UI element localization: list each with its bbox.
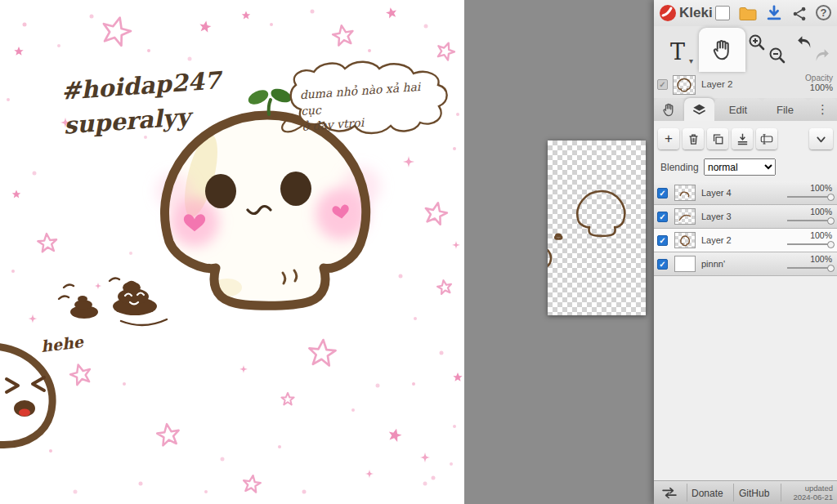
current-layer-name: Layer 2: [701, 79, 732, 89]
layer-preview: [548, 140, 646, 315]
rename-icon: [759, 132, 774, 146]
check-icon: ✓: [659, 260, 665, 269]
layer-list: ✓ Layer 4 100% ✓ Layer 3 100%: [654, 181, 837, 276]
duplicate-layer-button[interactable]: [707, 128, 728, 149]
share-button[interactable]: [790, 4, 809, 24]
chevron-down-icon: [814, 132, 828, 146]
layer-opacity-value: 100%: [810, 207, 832, 216]
new-image-button[interactable]: [715, 6, 730, 20]
current-layer-thumb-drawing: [674, 76, 695, 94]
layer-name: Layer 3: [701, 212, 732, 221]
layer-visibility-checkbox[interactable]: ✓: [657, 212, 668, 222]
layer-opacity-slider[interactable]: [787, 267, 833, 269]
folder-icon: [739, 7, 757, 21]
layer-visibility-checkbox[interactable]: ✓: [657, 259, 668, 270]
footer-bar: Donate GitHub updated 2024-06-21: [654, 480, 837, 504]
current-layer-strip: ✓ Layer 2 Opacity 100%: [654, 72, 837, 98]
merge-down-icon: [736, 132, 750, 146]
save-button[interactable]: [764, 3, 784, 23]
zoom-out-button[interactable]: [768, 46, 787, 69]
layer-opacity-knob[interactable]: [827, 194, 835, 201]
current-layer-checkbox[interactable]: ✓: [657, 79, 668, 90]
drawing-canvas[interactable]: #hoidap247 superalyy duma nhỏ nào xả hai…: [0, 0, 464, 504]
tab-hand-tool[interactable]: [654, 98, 684, 121]
tab-edit[interactable]: Edit: [714, 98, 762, 121]
merge-layer-button[interactable]: [732, 128, 753, 149]
footer-divider: [687, 484, 687, 502]
layer-visibility-checkbox[interactable]: ✓: [657, 235, 668, 246]
zoom-out-icon: [768, 46, 787, 65]
kleki-app: #hoidap247 superalyy duma nhỏ nào xả hai…: [0, 0, 837, 504]
footer-divider: [733, 484, 734, 502]
layer-thumbnail: [674, 256, 696, 272]
dots-vertical-icon: ⋮: [817, 102, 829, 117]
help-button[interactable]: ?: [816, 5, 831, 20]
question-icon: ?: [821, 7, 827, 19]
layer-name: Layer 2: [701, 235, 732, 245]
app-title: Kleki: [679, 5, 713, 21]
check-icon: ✓: [659, 80, 665, 89]
footer-divider: [781, 484, 781, 502]
redo-icon: [812, 46, 832, 66]
chevron-down-icon: ▾: [689, 56, 693, 65]
layer-opacity-knob[interactable]: [827, 241, 835, 248]
layer-opacity-knob[interactable]: [827, 217, 835, 225]
donate-link[interactable]: Donate: [692, 488, 723, 499]
tool-row: T ▾: [654, 26, 837, 72]
download-icon: [765, 4, 783, 22]
tab-file-label: File: [777, 104, 794, 116]
redo-button[interactable]: [812, 46, 832, 69]
layers-pane: +: [654, 121, 837, 480]
top-bar: Kleki ?: [654, 0, 837, 26]
share-icon: [791, 6, 808, 22]
swap-button[interactable]: [660, 487, 678, 502]
github-link[interactable]: GitHub: [739, 488, 769, 499]
collapse-panel-button[interactable]: [809, 128, 833, 149]
check-icon: ✓: [659, 189, 665, 198]
layer-row[interactable]: ✓ Layer 4 100%: [654, 181, 837, 205]
layer-name: pinnn': [701, 259, 725, 269]
zoom-in-icon: [747, 33, 767, 52]
layer-opacity-slider[interactable]: [787, 220, 833, 221]
side-panel: Kleki ?: [654, 0, 837, 504]
tab-layers[interactable]: [684, 98, 714, 121]
swap-arrows-icon: [660, 487, 678, 499]
opacity-value: 100%: [810, 83, 833, 92]
text-tool-button[interactable]: T ▾: [659, 33, 696, 70]
layer-opacity-slider[interactable]: [787, 243, 833, 245]
blending-row: Blending normal: [654, 157, 837, 178]
layer-row[interactable]: ✓ Layer 3 100%: [654, 205, 837, 229]
duplicate-icon: [711, 132, 725, 146]
trash-icon: [687, 132, 700, 146]
blending-select[interactable]: normal: [704, 158, 776, 176]
updated-date: 2024-06-21: [793, 493, 833, 502]
layer-opacity-value: 100%: [810, 254, 832, 264]
panel-menu-button[interactable]: ⋮: [808, 98, 837, 121]
canvas-artwork: [0, 0, 464, 504]
layer-name: Layer 4: [701, 188, 732, 198]
hand-icon: [710, 38, 735, 62]
layer-opacity-knob[interactable]: [827, 265, 835, 272]
panel-tabs: Edit File ⋮: [654, 98, 837, 121]
layer-row-selected[interactable]: ✓ Layer 2 100%: [654, 229, 837, 252]
workspace-background: [464, 0, 654, 504]
blending-label: Blending: [660, 162, 699, 173]
layers-icon: [692, 102, 707, 118]
layer-preview-drawing: [548, 140, 646, 315]
delete-layer-button[interactable]: [683, 128, 704, 149]
layer-thumbnail: [674, 185, 696, 201]
updated-info: updated 2024-06-21: [793, 484, 833, 502]
check-icon: ✓: [659, 212, 665, 221]
text-tool-icon: T: [670, 39, 685, 65]
layer-row[interactable]: ✓ pinnn' 100%: [654, 252, 837, 276]
zoom-in-button[interactable]: [747, 33, 767, 56]
layer-visibility-checkbox[interactable]: ✓: [657, 188, 668, 198]
open-file-button[interactable]: [738, 4, 758, 24]
rename-layer-button[interactable]: [756, 128, 777, 149]
hand-tool-button[interactable]: [699, 28, 745, 72]
current-layer-thumbnail: [673, 75, 696, 95]
tab-file[interactable]: File: [762, 98, 808, 121]
layer-thumbnail: [674, 208, 696, 225]
add-layer-button[interactable]: +: [658, 128, 679, 149]
layer-opacity-slider[interactable]: [787, 196, 833, 198]
